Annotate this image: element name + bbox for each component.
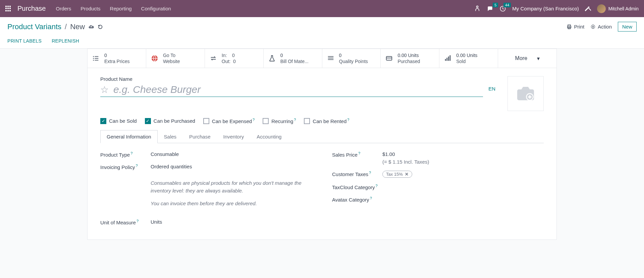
field-uom[interactable]: Units [151,219,312,225]
flask-icon [268,55,276,62]
field-sales-price[interactable]: $1.00 [382,151,544,157]
svg-point-0 [477,6,478,7]
stat-purchased[interactable]: 0.00 UnitsPurchased [381,49,439,68]
menu-reporting[interactable]: Reporting [110,6,132,11]
product-name-input[interactable] [113,84,483,95]
transfer-icon [210,55,218,62]
settings-icon[interactable] [585,6,591,12]
form-tabs: General Information Sales Purchase Inven… [88,130,556,143]
svg-point-6 [93,56,94,57]
product-image-upload[interactable] [507,76,544,111]
stat-more[interactable]: More ▾ [498,49,556,68]
label-sales-price: Sales Price? [332,151,382,158]
stat-extra-prices[interactable]: 0Extra Prices [88,49,146,68]
remove-tag-icon[interactable]: ✕ [405,172,409,177]
label-taxcloud: TaxCloud Category? [332,184,382,190]
help-text-consumable: Consumables are physical products for wh… [151,179,312,194]
help-text-invoice: You can invoice them before they are del… [151,200,312,208]
messages-icon[interactable]: 5 [487,5,493,12]
save-cloud-icon[interactable] [88,24,94,30]
help-icon[interactable]: ? [370,196,372,200]
product-name-label: Product Name [100,76,497,82]
label-customer-taxes: Customer Taxes? [332,171,382,177]
check-recurring[interactable]: Recurring? [263,118,296,124]
help-icon[interactable]: ? [130,151,132,155]
print-labels-button[interactable]: PRINT LABELS [7,38,42,44]
svg-point-8 [93,58,94,59]
language-badge[interactable]: EN [486,86,497,92]
field-invoicing-policy[interactable]: Ordered quantities [151,164,312,169]
user-avatar [597,4,606,13]
svg-rect-14 [328,58,333,58]
svg-rect-20 [448,57,449,61]
stat-sold[interactable]: 0.00 UnitsSold [439,49,498,68]
activities-icon[interactable]: 44 [499,5,506,12]
svg-rect-13 [328,56,333,57]
app-brand[interactable]: Purchase [17,5,46,12]
svg-rect-18 [445,59,446,61]
tab-general-information[interactable]: General Information [100,130,158,143]
label-invoicing-policy: Invoicing Policy? [100,164,151,170]
check-can-be-sold[interactable]: ✓Can be Sold [100,118,137,124]
svg-rect-19 [447,58,448,61]
check-can-be-rented[interactable]: Can be Rented? [304,118,349,124]
label-product-type: Product Type? [100,151,151,158]
breadcrumb-parent[interactable]: Product Variants [7,22,61,31]
camera-icon [514,84,537,104]
svg-point-5 [592,26,594,27]
menu-orders[interactable]: Orders [56,6,71,11]
form-fields: Product Type? Consumable Invoicing Polic… [88,143,556,239]
apps-icon[interactable] [5,6,11,12]
stat-website[interactable]: Go ToWebsite [146,49,205,68]
option-checkboxes: ✓Can be Sold ✓Can be Purchased Can be Ex… [88,114,556,130]
discard-icon[interactable] [98,24,103,30]
help-icon[interactable]: ? [253,118,255,122]
help-icon[interactable]: ? [358,151,360,155]
main-menu: Orders Products Reporting Configuration [56,6,474,11]
sales-price-incl-tax: (= $ 1.15 Incl. Taxes) [382,159,544,165]
stat-quality[interactable]: 0Quality Points [322,49,381,68]
activities-badge: 44 [503,3,511,7]
label-avatax: Avatax Category? [332,196,382,203]
svg-rect-15 [328,59,333,60]
tab-purchase[interactable]: Purchase [183,130,217,143]
help-icon[interactable]: ? [294,118,296,122]
user-menu[interactable]: Mitchell Admin [597,4,639,13]
menu-products[interactable]: Products [80,6,100,11]
support-icon[interactable] [474,5,481,12]
help-icon[interactable]: ? [137,219,139,223]
svg-rect-7 [95,56,98,57]
help-icon[interactable]: ? [369,171,371,175]
action-button[interactable]: Action [590,24,612,30]
favorite-star-icon[interactable]: ☆ [100,84,109,95]
replenish-button[interactable]: REPLENISH [52,38,79,44]
stat-in-out[interactable]: In: 0 Out: 0 [205,49,264,68]
svg-rect-11 [95,60,98,61]
globe-icon [151,55,159,62]
stat-bom[interactable]: 0Bill Of Mate... [264,49,322,68]
product-header: Product Name ☆ EN [88,68,556,114]
stat-buttons: 0Extra Prices Go ToWebsite In: 0 Out: 0 … [88,49,556,68]
tab-accounting[interactable]: Accounting [250,130,288,143]
breadcrumb-current: New [70,22,85,31]
check-can-be-expensed[interactable]: Can be Expensed? [203,118,255,124]
messages-badge: 5 [493,3,498,7]
field-product-type[interactable]: Consumable [151,151,312,157]
company-switcher[interactable]: My Company (San Francisco) [512,6,579,11]
menu-configuration[interactable]: Configuration [141,6,171,11]
new-button[interactable]: New [618,22,637,32]
tab-inventory[interactable]: Inventory [217,130,250,143]
help-icon[interactable]: ? [347,118,349,122]
lines-icon [327,55,335,62]
list-icon [92,55,100,62]
check-can-be-purchased[interactable]: ✓Can be Purchased [145,118,195,124]
control-actions: Print Action New [567,22,637,32]
help-icon[interactable]: ? [136,164,138,168]
help-icon[interactable]: ? [376,184,378,188]
svg-point-10 [93,60,94,61]
print-button[interactable]: Print [567,24,584,30]
tab-sales[interactable]: Sales [158,130,183,143]
tax-tag: Tax 15%✕ [382,171,412,178]
field-customer-taxes[interactable]: Tax 15%✕ [382,171,544,178]
svg-rect-9 [95,58,98,59]
